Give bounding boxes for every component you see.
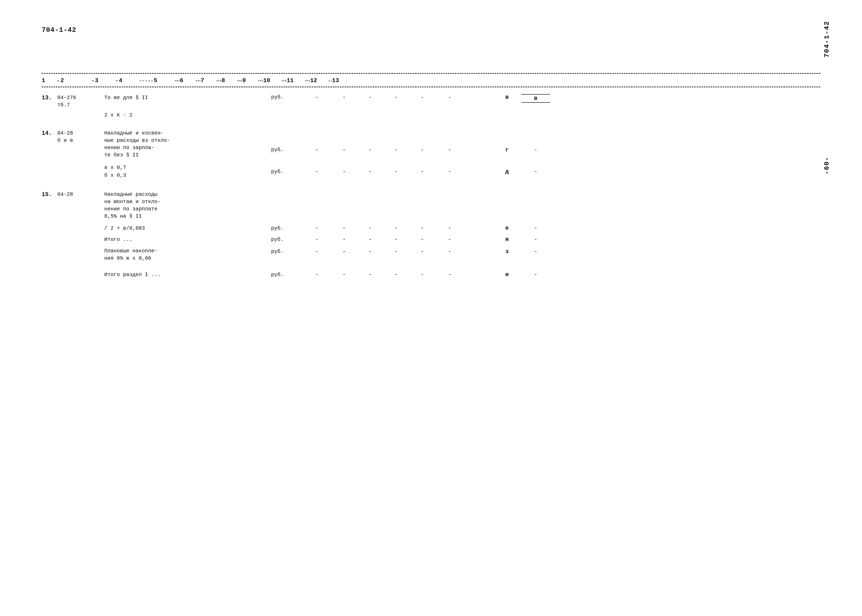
col-header-1: 1: [42, 77, 57, 84]
col-header-7: 7: [201, 77, 216, 84]
row-15c-col5: -: [302, 248, 331, 255]
row-14b-col6: -: [331, 168, 357, 175]
col-header-4: 4: [119, 77, 140, 84]
row-13-col10: -: [435, 94, 464, 101]
row-15c-col7: -: [357, 248, 383, 255]
row-13-col8: -: [383, 94, 409, 101]
row-14-col10: -: [435, 147, 464, 153]
row-13-col6: -: [331, 94, 357, 101]
row-15b-col13: -: [521, 236, 550, 243]
row-13-col5: -: [302, 94, 331, 101]
row-14-col5: -: [302, 147, 331, 153]
table-row-14: 14. 04-28б и в Накладные и косвен-ные ра…: [42, 127, 820, 161]
page: 704-1-42 704-1-42 -60- 1 2 3 4 5 6 7 8 9…: [0, 0, 862, 616]
row-15b-col5: -: [302, 236, 331, 243]
row-14b: а х 0,7б х 0,3 руб. - - - - - - д -: [42, 161, 820, 181]
row-15b-col7: -: [357, 236, 383, 243]
row-13-col13: в: [521, 94, 550, 103]
col-header-9: 9: [242, 77, 258, 84]
row-15b-col10: -: [435, 236, 464, 243]
row-15c-desc: Плановые накопле-ния 6% ж х 0,06: [104, 247, 271, 262]
row-15d-col12: и: [493, 271, 521, 278]
row-13-col7: -: [357, 94, 383, 101]
row-15a-col12: е: [493, 225, 521, 231]
row-15-code: 04-28: [57, 191, 104, 198]
row-14-desc: Накладные и косвен-ные расходы вз откло-…: [104, 130, 271, 159]
row-15d-col9: -: [409, 271, 435, 278]
row-15a-unit: руб.: [271, 225, 302, 231]
row-14-col6: -: [331, 147, 357, 153]
col-header-13: 13: [332, 77, 350, 84]
row-13-col12: в: [493, 94, 521, 101]
col-header-10: 10: [263, 77, 281, 84]
row-15c-unit: руб.: [271, 248, 302, 255]
row-15c-col8: -: [383, 248, 409, 255]
row-15c: Плановые накопле-ния 6% ж х 0,06 руб. - …: [42, 244, 820, 263]
row-15d-col6: -: [331, 271, 357, 278]
row-15-num: 15.: [42, 191, 57, 198]
row-15b-unit: руб.: [271, 236, 302, 242]
row-14b-desc: а х 0,7б х 0,3: [104, 164, 271, 179]
row-13-formula-text: 2 х К - 2: [104, 112, 271, 118]
row-15d-col5: -: [302, 271, 331, 278]
row-15a-col10: -: [435, 225, 464, 231]
row-14-num: 14.: [42, 130, 57, 137]
row-15d-col10: -: [435, 271, 464, 278]
col-header-11: 11: [287, 77, 305, 84]
row-15d-col7: -: [357, 271, 383, 278]
row-15b-col8: -: [383, 236, 409, 243]
col-header-2: 2: [60, 77, 92, 84]
row-15d-col8: -: [383, 271, 409, 278]
col-header-12: 12: [310, 77, 328, 84]
table-row-13: 13. 04-276тб.7 То же для § II руб. - - -…: [42, 92, 820, 111]
row-15b-desc: Итого ...: [104, 236, 271, 242]
row-15c-col6: -: [331, 248, 357, 255]
row-14b-unit: руб.: [271, 169, 302, 174]
row-14b-col5: -: [302, 168, 331, 175]
col-header-3: 3: [95, 77, 116, 84]
row-14b-col13: -: [521, 168, 550, 175]
row-13-num: 13.: [42, 94, 57, 101]
row-15b-col12: ж: [493, 236, 521, 243]
row-15-desc: Накладные расходына монтаж и откло-нение…: [104, 191, 271, 220]
row-15a-col6: -: [331, 225, 357, 231]
row-14b-col8: -: [383, 168, 409, 175]
row-14b-col9: -: [409, 168, 435, 175]
row-15b-col6: -: [331, 236, 357, 243]
page-id-right-top: 704-1-42: [823, 21, 831, 58]
row-13-desc: То же для § II: [104, 94, 271, 101]
row-13-formula: 2 х К - 2: [42, 111, 820, 119]
row-15d: Итого раздел I ... руб. - - - - - - и -: [42, 268, 820, 279]
page-id-right-bottom: -60-: [823, 156, 831, 174]
row-15a-col13: -: [521, 225, 550, 231]
row-14-code: 04-28б и в: [57, 130, 104, 144]
col-header-8: 8: [221, 77, 237, 84]
col-header-6: 6: [180, 77, 195, 84]
row-15c-col10: -: [435, 248, 464, 255]
row-14-col9: -: [409, 147, 435, 153]
column-header-row: 1 2 3 4 5 6 7 8 9 10 11 12 13: [42, 73, 820, 86]
row-15b-col9: -: [409, 236, 435, 243]
row-15d-desc: Итого раздел I ...: [104, 272, 271, 278]
row-14-col13: -: [521, 147, 550, 153]
row-15a: / 2 + в/0,083 руб. - - - - - - е -: [42, 222, 820, 233]
row-13-unit: руб.: [271, 94, 302, 100]
row-14b-col12: д: [493, 168, 521, 175]
row-15a-col9: -: [409, 225, 435, 231]
row-15b: Итого ... руб. - - - - - - ж -: [42, 233, 820, 244]
row-14-col7: -: [357, 147, 383, 153]
row-15c-col9: -: [409, 248, 435, 255]
row-15a-col8: -: [383, 225, 409, 231]
row-15d-unit: руб.: [271, 272, 302, 278]
page-id-top: 704-1-42: [42, 26, 76, 34]
row-14-col8: -: [383, 147, 409, 153]
row-15c-col13: -: [521, 248, 550, 255]
row-15a-col7: -: [357, 225, 383, 231]
row-15d-col13: -: [521, 271, 550, 278]
table-row-15: 15. 04-28 Накладные расходына монтаж и о…: [42, 189, 820, 222]
row-13-code: 04-276тб.7: [57, 94, 104, 109]
row-15a-desc: / 2 + в/0,083: [104, 225, 271, 231]
col-header-5: 5: [154, 77, 175, 84]
row-15a-col5: -: [302, 225, 331, 231]
row-14-unit: руб.: [271, 147, 302, 153]
